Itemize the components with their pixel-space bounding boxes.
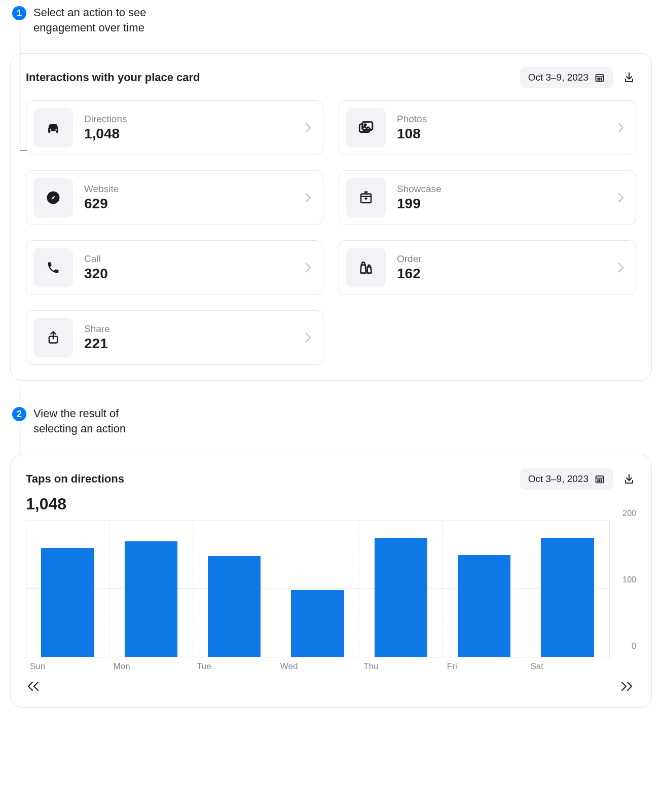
svg-point-6 — [599, 80, 600, 80]
chevron-right-icon — [617, 122, 624, 133]
chevron-right-icon — [305, 262, 312, 273]
compass-icon — [33, 178, 73, 217]
chart-title: Taps on directions — [26, 472, 124, 486]
download-icon — [623, 71, 635, 84]
calendar-icon — [595, 474, 605, 484]
metric-value: 320 — [84, 266, 293, 282]
panel-title: Interactions with your place card — [26, 71, 200, 84]
callout-1: 1 Select an action to see engagement ove… — [12, 5, 652, 35]
date-range-text: Oct 3–9, 2023 — [528, 473, 589, 485]
callout-bullet: 1 — [12, 6, 26, 20]
x-label: Sat — [526, 661, 610, 672]
callout-2: 2 View the result of selecting an action — [12, 406, 652, 436]
svg-point-13 — [364, 124, 366, 126]
metric-label: Showcase — [397, 183, 606, 195]
x-label: Thu — [359, 661, 443, 672]
x-label: Tue — [193, 661, 276, 672]
svg-point-9 — [55, 129, 57, 131]
metric-label: Call — [84, 253, 293, 265]
svg-point-24 — [599, 479, 600, 480]
x-label: Mon — [109, 661, 193, 672]
svg-point-8 — [50, 129, 51, 131]
metric-label: Order — [397, 253, 606, 265]
chevron-double-right-icon — [620, 681, 633, 692]
svg-point-28 — [601, 481, 602, 482]
y-tick: 200 — [618, 508, 636, 518]
metric-card-order[interactable]: Order162 — [339, 240, 636, 295]
metric-value: 199 — [397, 196, 606, 212]
metric-label: Photos — [397, 114, 606, 125]
chart-total: 1,048 — [26, 495, 636, 513]
svg-point-3 — [599, 78, 600, 79]
download-button[interactable] — [622, 70, 636, 85]
download-button[interactable] — [622, 472, 636, 486]
chart-panel: Taps on directions Oct 3–9, 2023 — [10, 455, 652, 708]
x-label: Wed — [276, 661, 360, 672]
bar-tue — [193, 521, 276, 657]
download-icon — [623, 473, 635, 485]
svg-point-26 — [598, 481, 598, 482]
bar-sat — [526, 521, 609, 657]
metric-card-call[interactable]: Call320 — [26, 240, 323, 295]
svg-point-7 — [601, 80, 602, 80]
metric-value: 629 — [84, 196, 293, 212]
bar-thu — [359, 521, 443, 657]
order-icon — [346, 248, 386, 287]
phone-icon — [33, 248, 73, 287]
metric-value: 221 — [84, 336, 293, 352]
chevron-right-icon — [305, 122, 312, 133]
chevron-right-icon — [617, 192, 624, 203]
metric-value: 162 — [397, 266, 606, 282]
y-tick: 100 — [618, 575, 636, 584]
bar-wed — [276, 521, 359, 657]
svg-point-5 — [598, 80, 598, 80]
prev-week-button[interactable] — [27, 681, 40, 692]
metric-card-showcase[interactable]: Showcase199 — [339, 170, 636, 225]
interactions-panel: Interactions with your place card Oct 3–… — [10, 53, 652, 381]
callout-text: Select an action to see engagement over … — [33, 5, 175, 35]
next-week-button[interactable] — [620, 681, 633, 692]
showcase-icon — [346, 178, 386, 217]
y-tick: 0 — [628, 642, 636, 651]
metric-card-share[interactable]: Share221 — [26, 310, 323, 365]
svg-point-23 — [598, 479, 598, 480]
svg-point-25 — [601, 479, 602, 480]
callout-text: View the result of selecting an action — [33, 406, 150, 436]
x-label: Sun — [26, 661, 109, 672]
chevron-double-left-icon — [27, 681, 40, 692]
callout-bullet: 2 — [12, 407, 26, 421]
x-axis: SunMonTueWedThuFriSat — [26, 661, 636, 672]
metric-label: Share — [84, 323, 293, 335]
metric-value: 108 — [397, 126, 606, 142]
calendar-icon — [595, 72, 605, 83]
chevron-right-icon — [617, 262, 624, 273]
photos-icon — [346, 108, 386, 147]
bar-fri — [443, 521, 526, 657]
metric-card-directions[interactable]: Directions1,048 — [26, 100, 323, 155]
chevron-right-icon — [305, 192, 312, 203]
bar-mon — [109, 521, 193, 657]
metric-card-photos[interactable]: Photos108 — [339, 100, 636, 155]
metric-label: Website — [84, 183, 293, 195]
svg-point-4 — [601, 78, 602, 79]
date-range-picker[interactable]: Oct 3–9, 2023 — [520, 67, 613, 88]
svg-point-27 — [599, 481, 600, 482]
metric-value: 1,048 — [84, 126, 293, 142]
x-label: Fri — [443, 661, 527, 672]
car-icon — [33, 108, 73, 147]
y-axis: 0100200 — [609, 521, 636, 657]
bar-chart — [26, 521, 609, 657]
chevron-right-icon — [305, 332, 312, 343]
date-range-text: Oct 3–9, 2023 — [528, 72, 589, 83]
share-icon — [33, 318, 73, 357]
bar-sun — [26, 521, 109, 657]
metric-card-website[interactable]: Website629 — [26, 170, 323, 225]
date-range-picker[interactable]: Oct 3–9, 2023 — [520, 468, 613, 490]
metric-label: Directions — [84, 114, 293, 125]
svg-point-2 — [598, 78, 598, 79]
